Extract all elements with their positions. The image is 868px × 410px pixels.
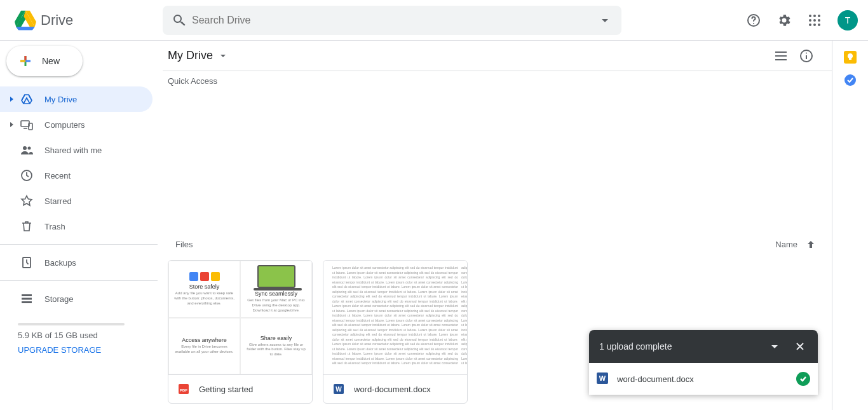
apps-grid-icon[interactable]	[802, 8, 827, 33]
quick-access-label: Quick Access	[163, 71, 832, 88]
search-options-icon[interactable]	[592, 8, 618, 33]
sidebar-item-recent[interactable]: Recent	[0, 163, 153, 188]
svg-point-13	[809, 24, 811, 26]
devices-icon	[19, 117, 34, 132]
search-bar[interactable]	[163, 6, 621, 35]
sidebar-item-shared-with-me[interactable]: Shared with me	[0, 137, 153, 163]
expand-chevron-icon[interactable]	[5, 95, 18, 103]
details-info-icon[interactable]	[794, 43, 819, 69]
new-button[interactable]: New	[6, 46, 83, 76]
svg-point-14	[813, 24, 816, 26]
drive-logo-icon	[13, 8, 38, 33]
expand-chevron-icon[interactable]	[5, 121, 18, 128]
files-header: Files Name	[163, 233, 832, 255]
svg-marker-3	[16, 27, 34, 30]
search-icon	[166, 8, 192, 33]
svg-point-18	[23, 146, 27, 150]
people-icon	[19, 142, 34, 158]
file-card[interactable]: Store safelyAdd any file you want to kee…	[168, 260, 313, 404]
svg-text:PDF: PDF	[180, 388, 187, 392]
svg-point-15	[818, 24, 820, 26]
svg-point-9	[818, 15, 820, 17]
dropdown-triangle-icon	[213, 50, 229, 62]
sidebar: New My DriveComputersShared with meRecen…	[0, 41, 163, 410]
name-column-label: Name	[775, 240, 797, 249]
header-right: T	[741, 8, 863, 33]
upgrade-storage-link[interactable]: UPGRADE STORAGE	[18, 345, 147, 355]
nav-item-label: Computers	[44, 120, 85, 130]
file-name: word-document.docx	[354, 385, 431, 394]
toast-collapse-icon[interactable]	[762, 334, 787, 359]
nav-item-label: Starred	[44, 196, 72, 206]
header: Drive T	[0, 0, 868, 41]
storage-used-text: 5.9 KB of 15 GB used	[18, 331, 147, 340]
upload-toast: 1 upload complete W word-document.docx	[589, 330, 818, 395]
storage-icon	[19, 291, 34, 306]
sidebar-item-starred[interactable]: Starred	[0, 188, 153, 214]
search-input[interactable]	[192, 15, 592, 26]
sidebar-item-storage[interactable]: Storage	[0, 286, 153, 311]
sidebar-item-computers[interactable]: Computers	[0, 112, 153, 137]
svg-point-11	[813, 19, 816, 22]
svg-rect-23	[22, 298, 32, 300]
sidebar-item-trash[interactable]: Trash	[0, 214, 153, 239]
toast-close-icon[interactable]	[787, 334, 813, 359]
file-name: Getting started	[199, 385, 253, 394]
drive-hq-icon	[19, 92, 34, 107]
svg-point-10	[809, 19, 811, 22]
sidebar-item-backups[interactable]: Backups	[0, 250, 153, 275]
svg-rect-16	[21, 121, 29, 126]
file-thumbnail: Store safelyAdd any file you want to kee…	[168, 261, 312, 375]
product-name: Drive	[38, 12, 73, 29]
svg-point-19	[28, 147, 31, 150]
backups-icon	[19, 255, 34, 270]
sidebar-item-my-drive[interactable]: My Drive	[0, 86, 153, 112]
upload-toast-filename: word-document.docx	[617, 374, 789, 384]
upload-toast-row[interactable]: W word-document.docx	[589, 363, 818, 395]
pdf-file-icon: PDF	[179, 384, 189, 394]
svg-point-34	[844, 74, 856, 86]
sort-arrow-up-icon	[805, 238, 817, 250]
side-panel	[832, 41, 868, 410]
svg-point-8	[813, 15, 816, 17]
svg-point-6	[753, 23, 754, 24]
breadcrumb[interactable]: My Drive	[168, 49, 229, 62]
account-avatar[interactable]: T	[837, 10, 858, 31]
upload-toast-title: 1 upload complete	[599, 341, 672, 352]
svg-point-27	[806, 52, 807, 53]
settings-gear-icon[interactable]	[771, 8, 797, 33]
plus-icon	[14, 50, 37, 72]
breadcrumb-label: My Drive	[168, 49, 213, 62]
upload-success-check-icon	[796, 372, 810, 386]
svg-rect-24	[22, 301, 32, 303]
star-icon	[19, 193, 34, 208]
main-header: My Drive	[163, 41, 832, 71]
svg-text:W: W	[599, 374, 606, 382]
svg-point-12	[818, 19, 820, 22]
keep-icon[interactable]	[844, 51, 857, 64]
word-file-icon: W	[334, 384, 344, 394]
backups-label: Backups	[44, 258, 76, 268]
nav-item-label: Trash	[44, 222, 65, 231]
file-card[interactable]: Lorem ipsum dolor sit amet consectetur a…	[323, 260, 468, 404]
help-icon[interactable]	[741, 8, 766, 33]
list-view-toggle[interactable]	[768, 43, 794, 69]
nav-item-label: My Drive	[44, 95, 77, 104]
nav-item-label: Shared with me	[44, 146, 102, 155]
svg-text:W: W	[336, 386, 342, 393]
clock-icon	[19, 168, 34, 183]
word-file-icon: W	[597, 372, 609, 385]
nav-item-label: Recent	[44, 171, 71, 181]
upload-toast-header: 1 upload complete	[589, 330, 818, 363]
quick-access-area	[163, 88, 832, 233]
logo-area[interactable]: Drive	[5, 8, 163, 33]
storage-label: Storage	[44, 294, 74, 304]
file-thumbnail: Lorem ipsum dolor sit amet consectetur a…	[323, 261, 467, 375]
tasks-icon[interactable]	[844, 74, 857, 86]
trash-icon	[19, 219, 34, 234]
svg-point-7	[809, 15, 811, 17]
storage-progress-bar	[18, 323, 125, 325]
new-button-label: New	[37, 56, 60, 66]
name-column-sort[interactable]: Name	[775, 238, 817, 250]
main-content: My Drive Quick Access Files Name Store s…	[163, 41, 832, 410]
